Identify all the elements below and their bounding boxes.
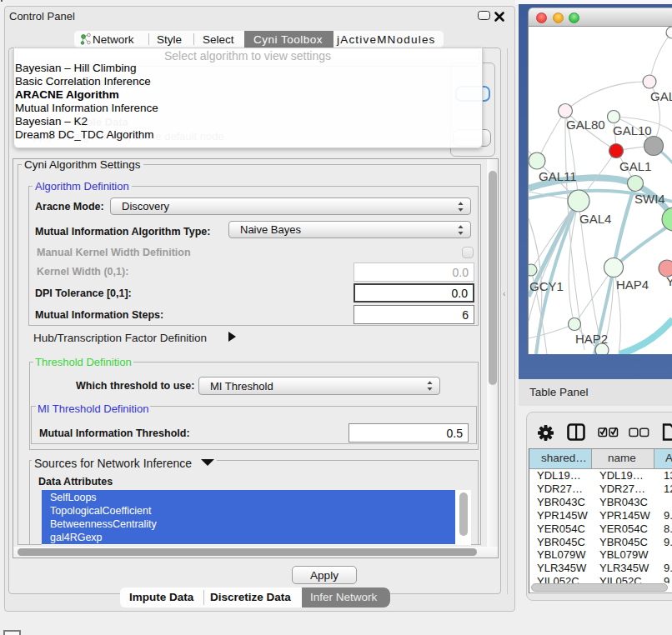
- svg-text:HAP2: HAP2: [575, 332, 608, 346]
- svg-text:GCY1: GCY1: [529, 279, 564, 293]
- svg-text:GAL7: GAL7: [650, 89, 672, 103]
- svg-text:GAL80: GAL80: [566, 118, 605, 132]
- svg-text:GAL10: GAL10: [613, 123, 652, 138]
- svg-text:GAL11: GAL11: [539, 169, 577, 183]
- svg-text:SWI4: SWI4: [634, 192, 665, 206]
- svg-text:GAL4: GAL4: [579, 212, 611, 226]
- svg-text:GAL1: GAL1: [619, 159, 651, 173]
- svg-text:HAP4: HAP4: [616, 278, 649, 292]
- svg-text:Y: Y: [666, 274, 672, 288]
